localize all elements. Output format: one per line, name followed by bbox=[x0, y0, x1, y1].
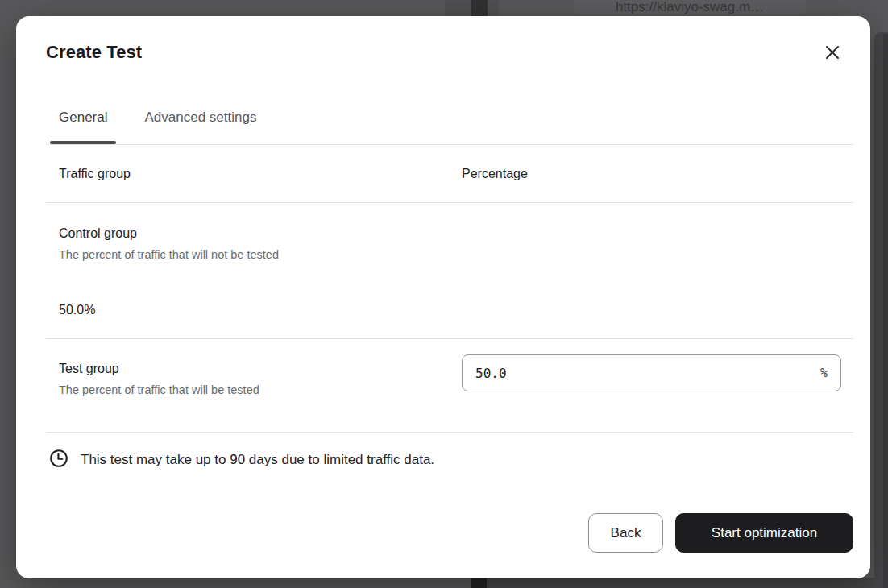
background-side-panel-edge bbox=[883, 34, 888, 588]
control-group-description: The percent of traffic that will not be … bbox=[59, 246, 853, 263]
column-header-percentage: Percentage bbox=[462, 167, 853, 181]
close-button[interactable] bbox=[822, 43, 843, 64]
duration-note: This test may take up to 90 days due to … bbox=[46, 433, 853, 487]
test-group-label: Test group bbox=[59, 360, 462, 378]
tab-bar: General Advanced settings bbox=[46, 93, 853, 145]
table-header-row: Traffic group Percentage bbox=[46, 146, 853, 203]
clock-icon bbox=[48, 448, 69, 472]
column-header-traffic-group: Traffic group bbox=[46, 167, 462, 181]
background-block bbox=[487, 578, 875, 588]
background-block bbox=[445, 0, 471, 16]
table-row-test-group: Test group The percent of traffic that w… bbox=[46, 339, 853, 433]
close-icon bbox=[824, 43, 841, 64]
background-divider-bar bbox=[471, 0, 488, 16]
background-block bbox=[488, 0, 499, 16]
background-url-text: https://klaviyo-swag.m… bbox=[616, 0, 764, 14]
modal-title: Create Test bbox=[46, 41, 142, 64]
duration-note-text: This test may take up to 90 days due to … bbox=[81, 451, 434, 469]
background-url-field: https://klaviyo-swag.m… bbox=[574, 0, 806, 14]
test-group-description: The percent of traffic that will be test… bbox=[59, 382, 462, 398]
test-group-percentage-input[interactable] bbox=[475, 366, 820, 381]
modal-footer: Back Start optimization bbox=[588, 513, 853, 553]
start-optimization-button[interactable]: Start optimization bbox=[675, 513, 853, 553]
tab-advanced-settings[interactable]: Advanced settings bbox=[135, 109, 265, 144]
create-test-modal: Create Test General Advanced settings Tr… bbox=[16, 16, 870, 578]
percent-suffix: % bbox=[820, 366, 828, 380]
table-row-control-group: Control group The percent of traffic tha… bbox=[46, 203, 853, 339]
tab-general[interactable]: General bbox=[50, 109, 116, 144]
back-button[interactable]: Back bbox=[588, 513, 663, 553]
control-group-value: 50.0% bbox=[59, 302, 853, 318]
test-group-percentage-field: % bbox=[462, 354, 841, 391]
control-group-label: Control group bbox=[59, 225, 853, 242]
